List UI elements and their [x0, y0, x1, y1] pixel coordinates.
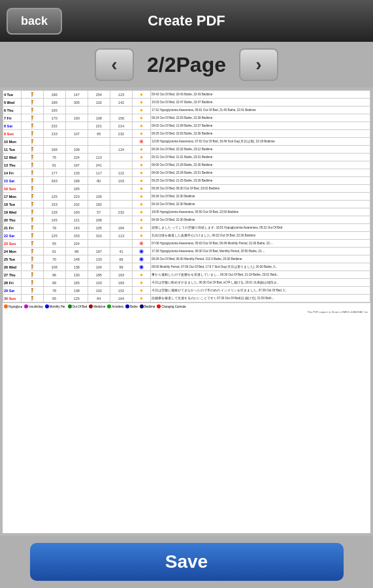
- status-icon: ●: [133, 201, 151, 208]
- status-icon: ◉: [133, 263, 151, 271]
- number-cell: 78: [43, 287, 65, 295]
- day-cell: 8 Sat: [3, 122, 22, 130]
- status-icon: ●: [133, 232, 151, 240]
- notes-cell: 06:02 Out Of Bed, 21:08 Bathe, 22:37 Bed…: [151, 122, 370, 130]
- number-cell: 70: [43, 255, 65, 263]
- notes-cell: 05:42 Out Of Bed, 20:43 Bathe, 22:43 Bed…: [151, 91, 370, 99]
- number-cell: 193: [65, 114, 88, 122]
- prev-page-button[interactable]: ‹: [95, 48, 134, 81]
- number-cell: 223: [65, 193, 88, 201]
- number-cell: [43, 138, 65, 146]
- number-cell: 168: [65, 177, 88, 185]
- number-cell: 103: [110, 177, 132, 185]
- number-cell: 133: [43, 130, 65, 138]
- day-cell: 6 Thu: [3, 106, 22, 114]
- save-button[interactable]: Save: [30, 543, 344, 581]
- next-page-button[interactable]: ›: [239, 48, 278, 81]
- number-cell: 153: [43, 201, 65, 208]
- header: back Create PDF: [0, 0, 373, 42]
- number-cell: 153: [65, 232, 88, 240]
- person-icon: 🧍: [22, 216, 44, 224]
- day-cell: 13 Thu: [3, 161, 22, 169]
- day-cell: 26 Wed: [3, 263, 22, 271]
- notes-cell: 06:24 Out Of Bed, 22:03 Bathe, 22:39 Bed…: [151, 114, 370, 122]
- number-cell: 89: [110, 263, 132, 271]
- notes-cell: 19:05 Hypoglycemia Awareness, 05:50 Out …: [151, 208, 370, 216]
- day-cell: 22 Sat: [3, 232, 22, 240]
- status-icon: ◉: [133, 248, 151, 255]
- number-cell: 182: [88, 201, 110, 208]
- status-icon: ●: [133, 169, 151, 177]
- legend-dot: [125, 304, 129, 308]
- number-cell: [110, 201, 132, 208]
- person-icon: 🧍: [22, 287, 44, 295]
- day-cell: 11 Tue: [3, 146, 22, 154]
- number-cell: [110, 185, 132, 193]
- number-cell: 96: [43, 271, 65, 279]
- legend-label: Bathe: [130, 305, 138, 308]
- legend-dot: [140, 304, 144, 308]
- number-cell: 125: [43, 232, 65, 240]
- person-icon: 🧍: [22, 130, 44, 138]
- legend-label: Insulin/day: [29, 305, 43, 308]
- status-icon: ●: [133, 154, 151, 161]
- legend: Hypoglyc●Insulin/dayMonthly Per.Out Of B…: [3, 302, 370, 310]
- status-icon: ◉: [133, 255, 151, 263]
- number-cell: 108: [88, 114, 110, 122]
- legend-item: Out Of Bed: [68, 304, 88, 308]
- legend-item: Bathe: [125, 304, 138, 308]
- status-icon: ●: [133, 216, 151, 224]
- number-cell: [110, 154, 132, 161]
- number-cell: 156: [110, 114, 132, 122]
- legend-dot: [68, 304, 72, 308]
- number-cell: 193: [65, 208, 88, 216]
- number-cell: 168: [43, 146, 65, 154]
- number-cell: 165: [65, 185, 88, 193]
- person-icon: 🧍: [22, 208, 44, 216]
- calendar-table: 4 Tue🧍186147254123●05:42 Out Of Bed, 20:…: [3, 90, 370, 302]
- person-icon: 🧍: [22, 138, 44, 146]
- number-cell: 113: [88, 154, 110, 161]
- number-cell: [65, 122, 88, 130]
- number-cell: 232: [110, 130, 132, 138]
- notes-cell: 06:26 Out Of Bed, 06:30 Monthly Period, …: [151, 255, 370, 263]
- number-cell: [88, 185, 110, 193]
- status-icon: ●: [133, 91, 151, 99]
- notes-cell: 06:26 Out Of Bed, 22:30 Bedtime: [151, 193, 370, 201]
- number-cell: 84: [88, 295, 110, 302]
- day-cell: 27 Thu: [3, 271, 22, 279]
- notes-cell: 今日は空腹に飲めずがきました, 06:30 Out Of Bed, eC申し届げ…: [151, 279, 370, 287]
- status-icon: ●: [133, 271, 151, 279]
- number-cell: 130: [65, 271, 88, 279]
- notes-cell: 06:25 Out Of Bed, 22:03 Bathe, 22:36 Bed…: [151, 130, 370, 138]
- legend-label: Activities: [112, 305, 123, 308]
- legend-dot: [24, 304, 28, 308]
- person-icon: 🧍: [22, 271, 44, 279]
- legend-dot: [4, 304, 8, 308]
- person-icon: 🧍: [22, 177, 44, 185]
- day-cell: 18 Tue: [3, 201, 22, 208]
- pdf-page: 4 Tue🧍186147254123●05:42 Out Of Bed, 20:…: [3, 90, 370, 533]
- person-icon: 🧍: [22, 161, 44, 169]
- legend-item: Bedtime: [140, 304, 155, 308]
- number-cell: 117: [88, 169, 110, 177]
- back-button[interactable]: back: [7, 8, 62, 35]
- number-cell: 65: [88, 130, 110, 138]
- number-cell: 109: [65, 146, 88, 154]
- number-cell: 125: [43, 193, 65, 201]
- number-cell: 133: [65, 169, 88, 177]
- legend-label: Monthly Per.: [50, 305, 66, 308]
- legend-item: Insulin/day: [24, 304, 43, 308]
- person-icon: 🧍: [22, 279, 44, 287]
- status-icon: ⊕: [133, 240, 151, 248]
- legend-dot: [157, 304, 161, 308]
- person-icon: 🧍: [22, 185, 44, 193]
- status-icon: ●: [133, 185, 151, 193]
- notes-cell: 07:06 Hypoglycemia Awareness, 05:03 Out …: [151, 240, 370, 248]
- status-icon: ●: [133, 295, 151, 302]
- number-cell: 167: [88, 248, 110, 255]
- status-icon: ⊕: [133, 138, 151, 146]
- legend-dot: [107, 304, 111, 308]
- number-cell: 124: [110, 146, 132, 154]
- number-cell: 125: [65, 295, 88, 302]
